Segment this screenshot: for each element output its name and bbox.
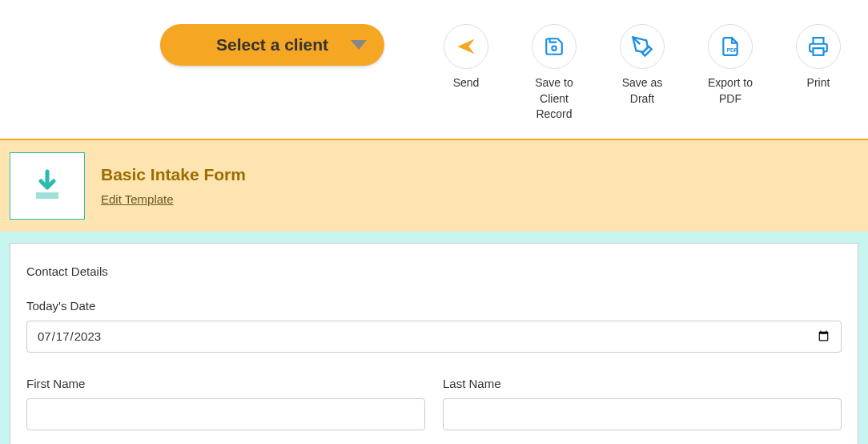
svg-rect-2	[814, 48, 824, 55]
chevron-down-icon	[351, 40, 367, 50]
first-name-label: First Name	[26, 377, 425, 390]
print-button[interactable]: Print	[785, 24, 852, 91]
first-name-group: First Name	[26, 377, 425, 430]
edit-template-link[interactable]: Edit Template	[101, 192, 246, 206]
form-header-text: Basic Intake Form Edit Template	[101, 165, 246, 206]
section-title: Contact Details	[26, 264, 842, 278]
last-name-input[interactable]	[443, 398, 842, 430]
save-draft-label: Save as Draft	[609, 75, 676, 107]
last-name-label: Last Name	[443, 377, 842, 390]
send-icon	[444, 24, 488, 69]
send-label: Send	[453, 75, 480, 91]
svg-point-0	[552, 46, 556, 50]
print-icon	[796, 24, 841, 69]
name-row: First Name Last Name	[26, 377, 842, 430]
client-select-label: Select a client	[216, 35, 328, 54]
action-toolbar: Send Save to Client Record Save as D	[432, 24, 852, 123]
save-as-draft-button[interactable]: Save as Draft	[609, 24, 676, 107]
client-select-dropdown[interactable]: Select a client	[160, 24, 384, 66]
form-header-bar: Basic Intake Form Edit Template	[0, 139, 868, 232]
download-icon	[28, 167, 66, 205]
export-pdf-button[interactable]: PDF Export to PDF	[697, 24, 764, 107]
save-to-client-record-button[interactable]: Save to Client Record	[520, 24, 588, 123]
top-bar: Select a client Send Save to Client Reco…	[0, 0, 868, 139]
date-input[interactable]	[26, 321, 842, 353]
send-button[interactable]: Send	[432, 24, 500, 91]
pdf-icon: PDF	[708, 24, 753, 69]
last-name-group: Last Name	[443, 377, 842, 430]
svg-text:PDF: PDF	[727, 47, 737, 53]
form-type-icon-box	[10, 152, 85, 220]
save-record-label: Save to Client Record	[520, 75, 588, 123]
form-title: Basic Intake Form	[101, 165, 246, 184]
form-panel: Contact Details Today's Date First Name …	[10, 243, 858, 444]
print-label: Print	[807, 75, 830, 91]
date-label: Today's Date	[26, 299, 842, 313]
save-icon	[532, 24, 577, 69]
form-container: Contact Details Today's Date First Name …	[0, 232, 868, 444]
first-name-input[interactable]	[26, 398, 425, 430]
date-field-group: Today's Date	[26, 299, 842, 353]
export-pdf-label: Export to PDF	[697, 75, 764, 107]
draft-icon	[620, 24, 665, 69]
